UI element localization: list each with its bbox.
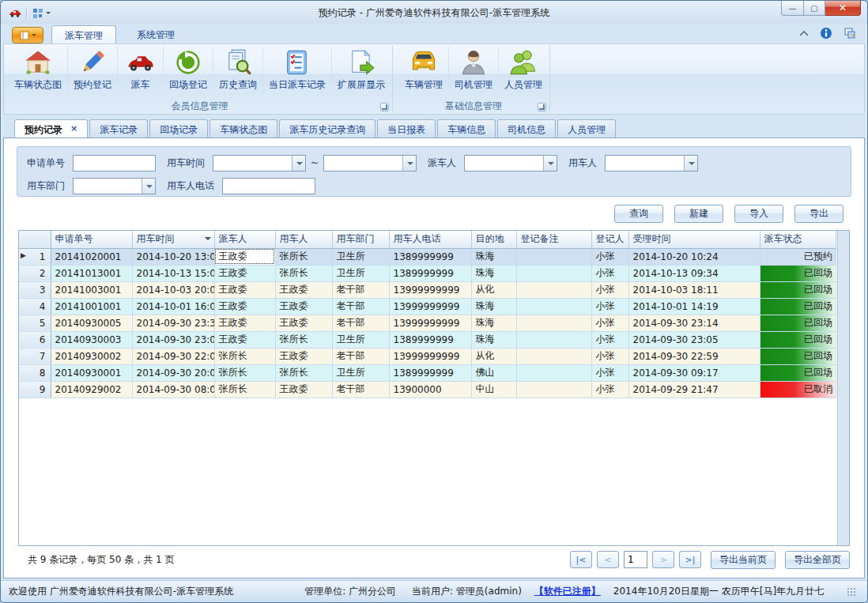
cell-dispatcher[interactable]: 张所长 [214, 348, 275, 364]
column-header-dispatcher[interactable]: 派车人 [214, 231, 275, 248]
quick-access-layout-button[interactable] [32, 7, 51, 20]
cell-destination[interactable]: 从化 [471, 348, 516, 364]
cell-accept-time[interactable]: 2014-10-03 18:11 [628, 281, 760, 298]
cell-use-time[interactable]: 2014-09-30 20:00 [132, 364, 214, 381]
cell-registrar[interactable]: 小张 [591, 298, 628, 315]
department-dropdown[interactable] [73, 178, 156, 194]
app-menu-button[interactable] [12, 27, 43, 43]
row-indicator[interactable]: 2 [19, 265, 51, 281]
cell-registrar[interactable]: 小张 [591, 248, 628, 265]
reservation-register-button[interactable]: 预约登记 [68, 47, 118, 93]
row-indicator[interactable]: 3 [19, 281, 51, 298]
cell-destination[interactable]: 珠海 [471, 248, 516, 265]
cell-accept-time[interactable]: 2014-10-20 10:24 [628, 248, 760, 265]
cell-department[interactable]: 老干部 [332, 381, 389, 398]
cell-remark[interactable] [516, 248, 591, 265]
cell-destination[interactable]: 珠海 [471, 331, 516, 348]
cell-request-no[interactable]: 20140930001 [51, 364, 132, 381]
cell-user[interactable]: 张所长 [275, 265, 332, 281]
cell-dispatcher[interactable]: 张所长 [214, 364, 275, 381]
row-indicator[interactable]: 7 [19, 348, 51, 364]
cell-user[interactable]: 王政委 [275, 348, 332, 364]
doc-tab-personnel-manage[interactable]: 人员管理 [557, 119, 616, 138]
cell-user[interactable]: 张所长 [275, 248, 332, 265]
return-register-button[interactable]: 回场登记 [164, 47, 213, 93]
table-row[interactable]: 6201409300032014-09-30 23:00王政委张所长卫生所138… [19, 331, 836, 348]
cell-request-no[interactable]: 20141001001 [51, 298, 132, 315]
column-header-status[interactable]: 派车状态 [760, 231, 836, 248]
ribbon-tab-system[interactable]: 系统管理 [124, 25, 187, 43]
cell-accept-time[interactable]: 2014-09-30 23:14 [628, 315, 760, 331]
registered-link[interactable]: 【软件已注册】 [534, 585, 601, 598]
cell-user[interactable]: 王政委 [275, 381, 332, 398]
cell-user[interactable]: 王政委 [275, 315, 332, 331]
dialog-launcher-icon[interactable] [538, 103, 546, 111]
cell-phone[interactable]: 1389999999 [389, 364, 471, 381]
prev-page-button[interactable]: < [597, 551, 619, 568]
cell-use-time[interactable]: 2014-09-30 22:00 [132, 348, 214, 364]
cell-user[interactable]: 王政委 [275, 298, 332, 315]
cell-dispatcher[interactable]: 王政委 [214, 281, 275, 298]
cell-destination[interactable]: 珠海 [471, 315, 516, 331]
cell-phone[interactable]: 13900000 [389, 381, 471, 398]
cell-remark[interactable] [516, 381, 591, 398]
dispatch-button[interactable]: 派车 [118, 47, 164, 93]
cell-request-no[interactable]: 20140930002 [51, 348, 132, 364]
cell-request-no[interactable]: 20140930003 [51, 331, 132, 348]
cell-remark[interactable] [516, 364, 591, 381]
chevron-down-icon[interactable] [142, 179, 155, 194]
info-icon[interactable] [820, 27, 832, 40]
cell-phone[interactable]: 13999999999 [389, 315, 471, 331]
maximize-button[interactable]: ▢ [804, 1, 825, 16]
cell-department[interactable]: 老干部 [332, 281, 389, 298]
column-header-registrar[interactable]: 登记人 [591, 231, 628, 248]
cell-registrar[interactable]: 小张 [591, 315, 628, 331]
extended-screen-button[interactable]: 扩展屏显示 [332, 47, 391, 93]
cell-accept-time[interactable]: 2014-09-30 22:59 [628, 348, 760, 364]
export-all-pages-button[interactable]: 导出全部页 [785, 551, 850, 569]
column-header-phone[interactable]: 用车人电话 [389, 231, 471, 248]
chevron-down-icon[interactable] [684, 156, 697, 171]
cell-phone[interactable]: 13999999999 [389, 281, 471, 298]
column-header-destination[interactable]: 目的地 [471, 231, 516, 248]
cell-status[interactable]: 已回场 [760, 331, 836, 348]
cell-request-no[interactable]: 20140930005 [51, 315, 132, 331]
table-row[interactable]: 7201409300022014-09-30 22:00张所长王政委老干部139… [19, 348, 836, 364]
cell-department[interactable]: 老干部 [332, 298, 389, 315]
cell-dispatcher[interactable]: 王政委 [214, 315, 275, 331]
table-row[interactable]: 8201409300012014-09-30 20:00张所长张所长卫生所138… [19, 364, 836, 381]
cell-registrar[interactable]: 小张 [591, 265, 628, 281]
cell-use-time[interactable]: 2014-10-13 15:00 [132, 265, 214, 281]
row-indicator[interactable]: ▶1 [19, 248, 51, 265]
column-header-user[interactable]: 用车人 [275, 231, 332, 248]
cell-user[interactable]: 张所长 [275, 331, 332, 348]
style-chooser-icon[interactable] [843, 27, 856, 40]
first-page-button[interactable]: |< [570, 551, 592, 568]
use-time-from-dropdown[interactable] [213, 155, 306, 171]
table-row[interactable]: 2201410130012014-10-13 15:00王政委张所长卫生所138… [19, 265, 836, 281]
tab-close-icon[interactable]: × [70, 123, 77, 134]
cell-status[interactable]: 已回场 [760, 348, 836, 364]
collapse-ribbon-icon[interactable] [799, 30, 809, 36]
doc-tab-reservation-records[interactable]: 预约记录 × [14, 119, 88, 138]
cell-remark[interactable] [516, 281, 591, 298]
export-current-page-button[interactable]: 导出当前页 [711, 551, 776, 569]
table-row[interactable]: 4201410010012014-10-01 16:00王政委王政委老干部139… [19, 298, 836, 315]
cell-phone[interactable]: 13999999999 [389, 348, 471, 364]
chevron-down-icon[interactable] [292, 156, 305, 171]
dispatcher-dropdown[interactable] [464, 155, 557, 171]
doc-tab-vehicle-status-map[interactable]: 车辆状态图 [209, 119, 277, 138]
cell-use-time[interactable]: 2014-10-03 20:00 [132, 281, 214, 298]
dialog-launcher-icon[interactable] [380, 103, 389, 111]
table-row[interactable]: ▶1201410200012014-10-20 13:00王政委张所长卫生所13… [19, 248, 836, 265]
cell-user[interactable]: 张所长 [275, 364, 332, 381]
table-row[interactable]: 5201409300052014-09-30 23:30王政委王政委老干部139… [19, 315, 836, 331]
cell-destination[interactable]: 从化 [471, 281, 516, 298]
cell-status[interactable]: 已回场 [760, 281, 836, 298]
cell-status[interactable]: 已取消 [760, 381, 836, 398]
cell-request-no[interactable]: 20140929002 [51, 381, 132, 398]
driver-manage-button[interactable]: 司机管理 [449, 47, 499, 93]
chevron-down-icon[interactable] [543, 156, 557, 171]
cell-accept-time[interactable]: 2014-09-30 23:05 [628, 331, 760, 348]
cell-registrar[interactable]: 小张 [591, 381, 628, 398]
